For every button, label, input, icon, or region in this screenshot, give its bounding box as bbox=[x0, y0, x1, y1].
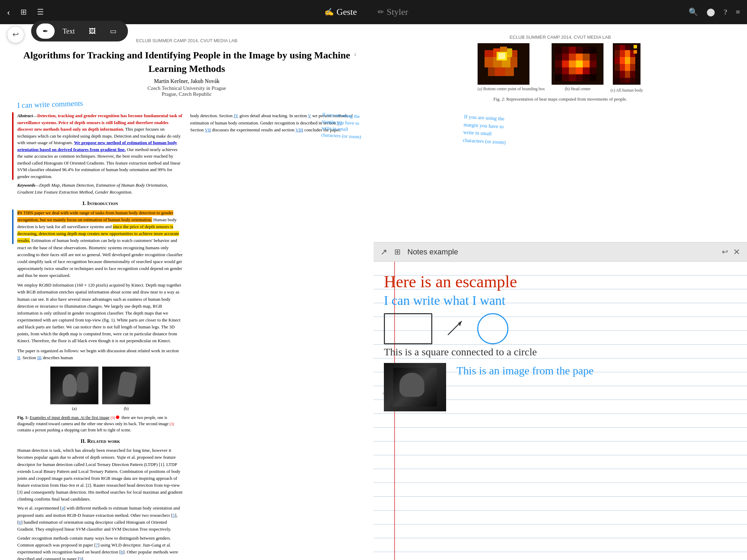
pdf-panel[interactable]: ECLUB SUMMER CAMP 2014, CVUT MEDIA LAB 1… bbox=[0, 24, 374, 560]
svg-rect-19 bbox=[562, 47, 569, 54]
pdf-figure1-b: (b) bbox=[102, 366, 150, 412]
svg-rect-52 bbox=[625, 45, 630, 50]
svg-rect-25 bbox=[562, 54, 569, 60]
svg-rect-38 bbox=[569, 67, 576, 74]
abstract-text: —Detection, tracking and gender recognit… bbox=[17, 113, 182, 179]
svg-rect-62 bbox=[615, 64, 620, 71]
notes-close-button[interactable]: ✕ bbox=[733, 247, 740, 257]
svg-rect-51 bbox=[620, 45, 625, 50]
back-button[interactable]: ‹ bbox=[7, 7, 10, 18]
help-icon[interactable]: ? bbox=[724, 8, 727, 17]
svg-rect-27 bbox=[576, 54, 583, 60]
notes-arrow-icon[interactable]: ↗ bbox=[380, 247, 387, 257]
heatmap-2-svg bbox=[552, 43, 603, 85]
pdf-right-column: body detection. Section IV gives detail … bbox=[190, 112, 356, 560]
back-circle-button[interactable]: ↩ bbox=[7, 26, 24, 43]
geste-label: Geste bbox=[336, 7, 357, 17]
svg-rect-37 bbox=[562, 67, 569, 74]
menu-icon[interactable]: ≡ bbox=[736, 8, 740, 17]
related-paragraph3: Gender recognition methods contain many … bbox=[17, 535, 183, 560]
text-tool-label: Text bbox=[63, 27, 75, 35]
notes-title: Notes example bbox=[407, 248, 458, 256]
svg-rect-73 bbox=[630, 78, 635, 83]
svg-rect-50 bbox=[615, 45, 620, 50]
svg-rect-26 bbox=[569, 54, 576, 60]
notes-body: ‹ Here is an escample I can write what I… bbox=[374, 262, 747, 560]
intro-paragraph: IN THIS paper we deal with wide range of… bbox=[17, 209, 183, 279]
svg-rect-61 bbox=[630, 57, 635, 64]
svg-rect-21 bbox=[576, 47, 583, 54]
svg-rect-18 bbox=[555, 47, 562, 54]
svg-rect-47 bbox=[590, 74, 597, 81]
intro-paragraph3: The paper is organized as follows: we be… bbox=[17, 347, 183, 361]
grid-view-icon[interactable]: ⊞ bbox=[20, 8, 27, 17]
notes-header-left: ↗ ⊞ Notes example bbox=[380, 247, 458, 257]
styler-tab[interactable]: ✏ Styler bbox=[378, 7, 408, 17]
svg-rect-30 bbox=[555, 60, 562, 67]
svg-rect-74 bbox=[634, 45, 637, 48]
notes-drawing-area bbox=[384, 313, 737, 344]
notes-drawing-caption: This is a square connected to a circle bbox=[384, 346, 737, 358]
geste-tab[interactable]: ✍ Geste bbox=[324, 7, 357, 17]
fig1-caption: Fig. 1: Examples of input depth map. At … bbox=[17, 414, 183, 433]
svg-rect-59 bbox=[620, 57, 625, 64]
search-icon[interactable]: 🔍 bbox=[689, 8, 698, 17]
notes-header: ↗ ⊞ Notes example ↩ ✕ bbox=[374, 243, 747, 262]
theme-toggle[interactable]: ⬤ bbox=[707, 8, 715, 17]
heatmap-3-label: (c) All human body bbox=[610, 88, 643, 93]
pdf-two-column: Abstract—Detection, tracking and gender … bbox=[17, 112, 356, 560]
svg-rect-69 bbox=[630, 71, 635, 78]
heatmap-2-label: (b) Head center bbox=[552, 86, 603, 92]
svg-rect-24 bbox=[555, 54, 562, 60]
notes-header-right: ↩ ✕ bbox=[722, 247, 740, 257]
heat-maps-row: (a) Bottom center point of bounding box bbox=[387, 43, 733, 93]
notes-grid-icon[interactable]: ⊞ bbox=[394, 248, 400, 256]
pen-tool-button[interactable]: ✒ bbox=[36, 24, 55, 39]
related-paragraph2: Wu et al. experimented [4] with differen… bbox=[17, 505, 183, 533]
svg-rect-63 bbox=[620, 64, 625, 71]
select-tool-button[interactable]: ▭ bbox=[104, 24, 123, 39]
svg-rect-41 bbox=[590, 67, 597, 74]
svg-rect-56 bbox=[625, 50, 630, 57]
pdf-figure1-a: (a) bbox=[50, 366, 99, 412]
notes-arrow-svg bbox=[443, 316, 467, 340]
svg-rect-15 bbox=[498, 53, 505, 59]
heatmap-3: (c) All human body bbox=[610, 43, 643, 93]
notes-image-placeholder bbox=[384, 363, 446, 411]
image-tool-button[interactable]: 🖼 bbox=[83, 24, 102, 39]
svg-rect-75 bbox=[634, 50, 637, 54]
geste-icon: ✍ bbox=[324, 8, 334, 17]
svg-rect-31 bbox=[562, 60, 569, 67]
svg-rect-72 bbox=[625, 78, 630, 83]
pdf-title: Algorithms for Tracking and Identifying … bbox=[17, 48, 356, 75]
notes-undo-button[interactable]: ↩ bbox=[722, 248, 728, 256]
back-circle-icon: ↩ bbox=[12, 30, 19, 39]
svg-rect-46 bbox=[583, 74, 590, 81]
pdf-city: Prague, Czech Republic bbox=[17, 91, 356, 97]
svg-rect-20 bbox=[569, 47, 576, 54]
svg-rect-67 bbox=[620, 71, 625, 78]
svg-rect-70 bbox=[615, 78, 620, 83]
pdf-figure1-row: (a) (b) bbox=[17, 366, 183, 412]
svg-rect-6 bbox=[512, 50, 517, 57]
svg-rect-10 bbox=[510, 57, 517, 67]
abstract-label: Abstract bbox=[17, 113, 33, 118]
pen-icon: ✒ bbox=[43, 27, 48, 35]
svg-rect-66 bbox=[615, 71, 620, 78]
svg-rect-7 bbox=[485, 57, 493, 67]
svg-rect-2 bbox=[485, 50, 493, 57]
svg-rect-68 bbox=[625, 71, 630, 78]
margin-annotation: If you are using the margin you have to … bbox=[321, 111, 367, 141]
pdf-institution: Czech Technical University in Prague bbox=[17, 85, 356, 91]
notes-panel: ↗ ⊞ Notes example ↩ ✕ ‹ Here is an escam… bbox=[374, 242, 747, 560]
text-tool-button[interactable]: Text bbox=[56, 24, 81, 39]
svg-rect-44 bbox=[569, 74, 576, 81]
svg-rect-34 bbox=[583, 60, 590, 67]
styler-label: Styler bbox=[387, 7, 408, 17]
list-view-icon[interactable]: ☰ bbox=[37, 8, 44, 17]
notes-drawn-circle bbox=[477, 313, 508, 344]
svg-marker-77 bbox=[458, 321, 462, 326]
styler-icon: ✏ bbox=[378, 8, 384, 17]
svg-rect-32 bbox=[569, 60, 576, 67]
svg-rect-40 bbox=[583, 67, 590, 74]
